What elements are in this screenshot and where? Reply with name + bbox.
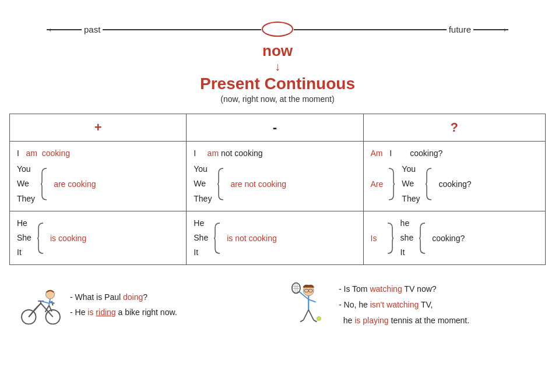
svg-line-31 (308, 310, 314, 320)
now-oval (261, 21, 294, 37)
header-plus: + (10, 114, 187, 142)
page-title: Present Continuous (0, 75, 555, 93)
svg-point-0 (262, 22, 293, 36)
svg-line-29 (308, 299, 315, 302)
minus-cell-1: I am not cooking You We They are not coo… (187, 142, 363, 211)
down-arrow-icon: ↓ (0, 60, 555, 73)
right-arrow-icon: → (497, 23, 508, 36)
table-row-1: I am cooking You We They are cooking (10, 142, 546, 211)
svg-line-5 (36, 303, 41, 309)
bike-figure (17, 281, 64, 328)
timeline-line: ← past future → (47, 17, 508, 41)
now-text: now (0, 42, 555, 60)
past-label: past (82, 24, 103, 34)
bottom-section: - What is Paul doing? - He is riding a b… (0, 276, 555, 334)
future-label: future (447, 24, 473, 34)
question-cell-1: Am I cooking? Are You We They (363, 142, 545, 211)
bottom-right: - Is Tom watching TV now? - No, he isn't… (286, 281, 538, 328)
plus-cell-1: I am cooking You We They are cooking (10, 142, 187, 211)
table-row-2: He She It is cooking He She It (10, 211, 546, 265)
svg-point-34 (317, 317, 321, 321)
header-question: ? (363, 114, 545, 142)
svg-line-33 (314, 320, 317, 322)
header-minus: - (187, 114, 363, 142)
question-cell-2: Is he she It cooking? (363, 211, 545, 265)
svg-line-11 (41, 301, 49, 303)
subtitle: (now, right now, at the moment) (0, 94, 555, 104)
svg-line-30 (303, 310, 308, 320)
grammar-table: + - ? I am cooking You We They (9, 114, 546, 265)
minus-cell-2: He She It is not cooking (187, 211, 363, 265)
timeline-section: ← past future → now ↓ Present Continuous… (0, 0, 555, 114)
bottom-left: - What is Paul doing? - He is riding a b… (17, 281, 269, 328)
bottom-left-text: - What is Paul doing? - He is riding a b… (70, 289, 177, 320)
tennis-figure (286, 281, 333, 328)
left-arrow-icon: ← (47, 23, 58, 36)
bottom-right-text: - Is Tom watching TV now? - No, he isn't… (339, 281, 469, 328)
plus-cell-2: He She It is cooking (10, 211, 187, 265)
svg-line-32 (300, 320, 303, 322)
